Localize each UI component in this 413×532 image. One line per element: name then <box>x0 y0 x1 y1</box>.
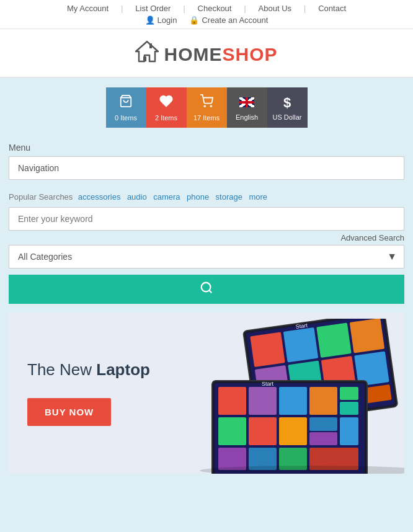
bag-icon <box>119 94 133 112</box>
svg-marker-0 <box>136 42 158 61</box>
svg-rect-33 <box>279 417 307 445</box>
tag-camera[interactable]: camera <box>153 192 180 202</box>
create-account-label: Create an Account <box>202 16 268 25</box>
search-icon <box>200 281 213 298</box>
heart-icon <box>159 94 173 112</box>
compare-count: 0 Items <box>115 114 137 122</box>
favorites-count: 2 Items <box>155 114 177 122</box>
svg-rect-13 <box>350 319 384 353</box>
advanced-search-wrap: Advanced Search <box>9 231 404 245</box>
favorites-button[interactable]: 2 Items <box>146 87 187 128</box>
advanced-search-link[interactable]: Advanced Search <box>340 233 404 242</box>
svg-rect-35 <box>309 432 337 445</box>
nav-checkout[interactable]: Checkout <box>192 4 238 13</box>
svg-rect-25 <box>218 387 246 415</box>
svg-rect-11 <box>283 327 318 362</box>
search-area: Advanced Search All CategoriesElectronic… <box>0 205 413 304</box>
search-input-wrap <box>9 207 404 231</box>
lock-icon: 🔒 <box>189 16 199 25</box>
logo[interactable]: HOMESHOP <box>135 40 277 68</box>
language-label: English <box>236 113 258 121</box>
language-button[interactable]: English <box>227 87 267 128</box>
svg-rect-34 <box>309 417 337 431</box>
search-button[interactable] <box>9 275 404 304</box>
svg-rect-26 <box>249 387 277 415</box>
svg-rect-12 <box>316 323 351 358</box>
flag-icon <box>239 95 254 111</box>
menu-label: Menu <box>9 136 404 156</box>
currency-label: US Dollar <box>272 113 301 121</box>
currency-button[interactable]: $ US Dollar <box>267 87 308 128</box>
svg-rect-27 <box>279 387 307 415</box>
banner-tagline: The New Laptop <box>27 360 150 379</box>
svg-rect-29 <box>340 387 358 400</box>
tag-audio[interactable]: audio <box>127 192 147 202</box>
popular-section: Popular Searches accessories audio camer… <box>0 186 413 205</box>
svg-rect-30 <box>340 402 358 415</box>
nav-about-us[interactable]: About Us <box>252 4 298 13</box>
top-bar: My Account | List Order | Checkout | Abo… <box>0 0 413 29</box>
svg-rect-37 <box>218 448 246 470</box>
svg-rect-10 <box>250 332 285 367</box>
logo-area: HOMESHOP <box>0 29 413 78</box>
category-select[interactable]: All CategoriesElectronicsComputersAudioC… <box>9 245 404 268</box>
sep-3: | <box>238 4 252 13</box>
wishlist-button[interactable]: 0 Items <box>106 87 146 128</box>
nav-contact[interactable]: Contact <box>312 4 352 13</box>
dollar-icon: $ <box>283 95 291 111</box>
nav-my-account[interactable]: My Account <box>61 4 115 13</box>
svg-point-6 <box>202 283 211 292</box>
search-input[interactable] <box>9 207 404 231</box>
login-label: Login <box>158 16 177 25</box>
tag-phone[interactable]: phone <box>187 192 209 202</box>
icon-bar: 0 Items 2 Items 17 Items English $ US Do… <box>0 78 413 136</box>
tag-accessories[interactable]: accessories <box>78 192 121 202</box>
navigation-dropdown[interactable]: Navigation <box>9 156 404 180</box>
svg-point-5 <box>210 105 211 107</box>
tag-more[interactable]: more <box>249 192 267 202</box>
logo-shop: SHOP <box>222 44 277 64</box>
laptop-image: Start <box>162 319 404 474</box>
buy-now-button[interactable]: BUY NOW <box>27 398 111 426</box>
user-icon: 👤 <box>145 16 155 25</box>
sep-1: | <box>115 4 129 13</box>
banner-text: The New Laptop BUY NOW <box>27 360 150 426</box>
svg-point-4 <box>204 105 205 107</box>
house-icon <box>135 40 159 68</box>
create-account-link[interactable]: 🔒 Create an Account <box>189 16 268 25</box>
svg-rect-2 <box>149 43 152 48</box>
tag-storage[interactable]: storage <box>216 192 242 202</box>
popular-label: Popular Searches <box>9 192 73 202</box>
svg-line-7 <box>209 290 211 293</box>
logo-home: HOME <box>164 44 222 64</box>
svg-text:Start: Start <box>262 381 274 387</box>
sep-4: | <box>298 4 312 13</box>
cart-button[interactable]: 17 Items <box>187 87 227 128</box>
nav-list-order[interactable]: List Order <box>129 4 177 13</box>
top-nav: My Account | List Order | Checkout | Abo… <box>0 4 413 13</box>
cart-icon <box>200 94 213 112</box>
banner-line2: Laptop <box>96 360 150 379</box>
svg-rect-32 <box>249 417 277 445</box>
popular-tags-container: accessories audio camera phone storage m… <box>78 191 271 202</box>
svg-rect-28 <box>309 387 337 415</box>
top-sub-nav: 👤 Login 🔒 Create an Account <box>0 13 413 26</box>
category-select-wrap: All CategoriesElectronicsComputersAudioC… <box>9 245 404 268</box>
cart-count: 17 Items <box>193 114 220 122</box>
menu-section: Menu Navigation <box>0 136 413 186</box>
banner-section: The New Laptop BUY NOW <box>9 313 404 474</box>
login-link[interactable]: 👤 Login <box>145 16 177 25</box>
logo-text: HOMESHOP <box>164 44 277 65</box>
svg-rect-1 <box>143 56 146 61</box>
sep-2: | <box>177 4 191 13</box>
svg-rect-36 <box>340 417 358 445</box>
banner-line1: The New <box>27 360 92 379</box>
svg-rect-31 <box>218 417 246 445</box>
